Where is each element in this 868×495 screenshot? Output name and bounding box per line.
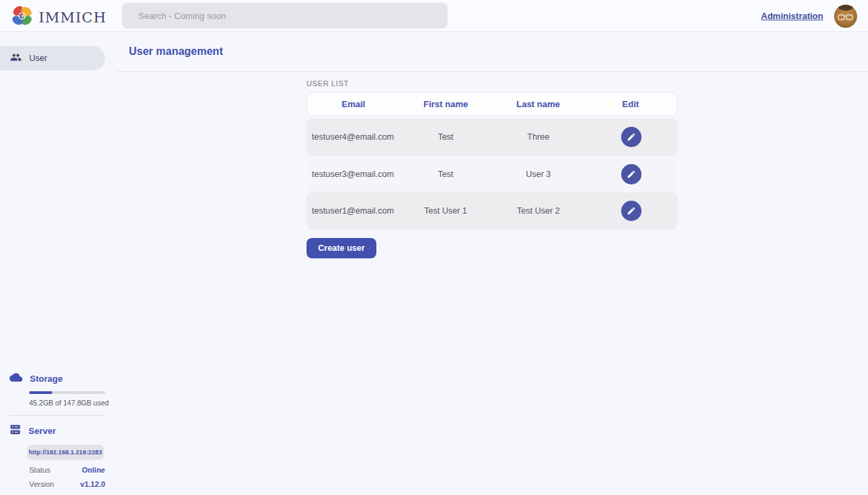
storage-section-header: Storage	[0, 371, 116, 387]
column-header-edit: Edit	[585, 99, 677, 109]
server-section-header: Server	[0, 424, 116, 438]
cell-first-name: Test	[399, 170, 492, 179]
avatar-glasses-detail	[837, 14, 854, 21]
app-logo[interactable]: IMMICH	[11, 5, 106, 30]
column-header-last-name: Last name	[492, 99, 585, 109]
table-header-row: Email First name Last name Edit	[307, 92, 677, 116]
administration-link[interactable]: Administration	[761, 11, 823, 21]
user-table-body: testuser4@email.com Test Three testuser3…	[307, 119, 677, 230]
sidebar: User Storage 45.2GB of 147.8GB used	[0, 32, 116, 495]
status-label: Status	[29, 466, 50, 474]
section-label: USER LIST	[307, 79, 677, 87]
pencil-icon	[627, 170, 636, 179]
search-input[interactable]: Search - Coming soon	[122, 3, 448, 28]
storage-progress-bar	[29, 391, 105, 394]
sidebar-item-users[interactable]: User	[0, 46, 105, 71]
cloud-icon	[9, 371, 22, 387]
cell-email: testuser3@email.com	[307, 170, 399, 179]
top-bar: IMMICH Search - Coming soon Administrati…	[0, 0, 868, 32]
storage-usage-text: 45.2GB of 147.8GB used	[29, 399, 116, 407]
storage-progress-fill	[29, 391, 52, 394]
table-row: testuser3@email.com Test User 3	[307, 156, 677, 193]
create-user-button[interactable]: Create user	[307, 238, 376, 258]
server-icon	[9, 424, 21, 438]
immich-flower-icon	[11, 5, 33, 30]
sidebar-item-label: User	[29, 54, 47, 63]
version-value: v1.12.0	[80, 480, 105, 488]
sidebar-divider	[9, 415, 105, 416]
top-bar-right: Administration	[761, 0, 857, 32]
cell-email: testuser1@email.com	[307, 206, 399, 216]
pencil-icon	[627, 132, 636, 142]
cell-last-name: Test User 2	[492, 206, 585, 216]
cell-first-name: Test User 1	[399, 206, 492, 216]
pencil-icon	[627, 206, 636, 216]
cell-first-name: Test	[399, 132, 492, 142]
status-value: Online	[82, 466, 105, 474]
server-status-row: Status Online	[29, 466, 105, 474]
table-row: testuser1@email.com Test User 1 Test Use…	[307, 193, 677, 230]
version-label: Version	[29, 480, 54, 488]
server-version-row: Version v1.12.0	[29, 480, 105, 488]
cell-last-name: User 3	[492, 170, 585, 179]
server-title: Server	[28, 426, 56, 436]
app-title: IMMICH	[39, 9, 106, 26]
main-panel: User management USER LIST Email First na…	[116, 32, 868, 495]
cell-email: testuser4@email.com	[307, 132, 399, 142]
edit-user-button[interactable]	[621, 127, 642, 147]
column-header-first-name: First name	[399, 99, 492, 109]
sidebar-bottom: Storage 45.2GB of 147.8GB used	[0, 371, 116, 488]
user-list-section: USER LIST Email First name Last name Edi…	[307, 79, 677, 258]
edit-user-button[interactable]	[621, 201, 642, 221]
column-header-email: Email	[307, 99, 399, 109]
users-icon	[10, 52, 22, 65]
edit-user-button[interactable]	[621, 164, 642, 184]
user-avatar[interactable]	[834, 5, 857, 28]
server-url-text: http://192.168.1.216:2283	[28, 449, 102, 456]
table-row: testuser4@email.com Test Three	[307, 119, 677, 156]
storage-title: Storage	[30, 374, 62, 384]
search-placeholder: Search - Coming soon	[138, 11, 226, 21]
cell-last-name: Three	[492, 132, 585, 142]
page-title: User management	[129, 45, 223, 58]
server-url-badge: http://192.168.1.216:2283	[27, 445, 104, 460]
page-header: User management	[116, 32, 868, 72]
